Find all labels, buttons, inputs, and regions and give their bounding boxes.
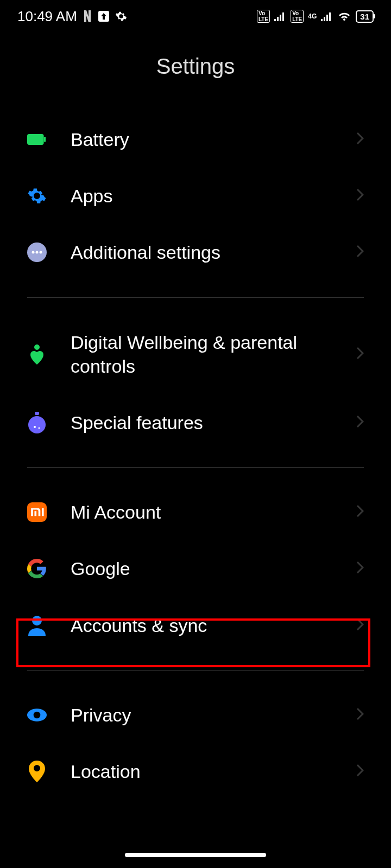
svg-point-13 bbox=[36, 251, 39, 254]
upload-icon bbox=[98, 10, 110, 22]
status-time: 10:49 AM bbox=[17, 8, 77, 25]
svg-rect-4 bbox=[282, 12, 284, 21]
wifi-icon bbox=[337, 11, 351, 22]
chevron-right-icon bbox=[356, 707, 364, 723]
more-icon bbox=[27, 242, 47, 262]
chevron-right-icon bbox=[356, 561, 364, 576]
partial-row-top bbox=[0, 95, 391, 111]
status-left: 10:49 AM bbox=[17, 8, 127, 25]
chevron-right-icon bbox=[356, 415, 364, 430]
accounts-sync-icon bbox=[27, 616, 47, 635]
settings-list: Battery Apps Additional settings Digital… bbox=[0, 111, 391, 800]
svg-point-17 bbox=[28, 416, 46, 433]
network-4g-label: 4G bbox=[308, 13, 317, 20]
svg-point-12 bbox=[32, 251, 35, 254]
signal-icon-2 bbox=[321, 11, 333, 21]
home-indicator[interactable] bbox=[125, 853, 266, 857]
svg-rect-8 bbox=[329, 12, 331, 21]
page-title: Settings bbox=[0, 33, 391, 95]
svg-point-23 bbox=[34, 711, 41, 718]
settings-row-battery[interactable]: Battery bbox=[27, 111, 364, 168]
battery-indicator: 31 bbox=[356, 10, 374, 23]
settings-row-accounts-sync[interactable]: Accounts & sync bbox=[27, 597, 364, 654]
divider bbox=[27, 670, 364, 671]
svg-point-21 bbox=[32, 616, 42, 626]
svg-rect-7 bbox=[326, 15, 328, 21]
settings-row-additional[interactable]: Additional settings bbox=[27, 224, 364, 280]
svg-rect-16 bbox=[35, 412, 39, 415]
settings-row-location[interactable]: Location bbox=[27, 743, 364, 800]
google-label: Google bbox=[71, 557, 332, 580]
privacy-icon bbox=[27, 705, 47, 725]
svg-rect-6 bbox=[324, 17, 325, 21]
wellbeing-label: Digital Wellbeing & parental controls bbox=[71, 330, 332, 378]
mi-account-label: Mi Account bbox=[71, 500, 332, 524]
svg-rect-10 bbox=[44, 137, 46, 142]
google-icon bbox=[27, 559, 47, 578]
svg-point-15 bbox=[34, 344, 40, 350]
divider bbox=[27, 297, 364, 298]
signal-icon-1 bbox=[274, 11, 286, 21]
settings-row-wellbeing[interactable]: Digital Wellbeing & parental controls bbox=[27, 314, 364, 394]
accounts-sync-label: Accounts & sync bbox=[71, 614, 332, 637]
apps-icon bbox=[27, 186, 47, 206]
location-icon bbox=[27, 762, 47, 781]
special-features-label: Special features bbox=[71, 411, 332, 435]
battery-icon bbox=[27, 130, 47, 149]
status-right: VoLTE VoLTE 4G 31 bbox=[257, 10, 374, 23]
location-label: Location bbox=[71, 760, 332, 783]
privacy-label: Privacy bbox=[71, 703, 332, 727]
svg-point-14 bbox=[40, 251, 42, 254]
battery-label: Battery bbox=[71, 127, 332, 151]
volte-icon-2: VoLTE bbox=[291, 10, 304, 23]
svg-point-18 bbox=[34, 426, 36, 428]
svg-point-24 bbox=[34, 765, 40, 771]
settings-row-google[interactable]: Google bbox=[27, 540, 364, 597]
gear-icon bbox=[115, 10, 127, 22]
chevron-right-icon bbox=[356, 347, 364, 362]
chevron-right-icon bbox=[356, 505, 364, 520]
svg-point-19 bbox=[39, 427, 40, 429]
divider bbox=[27, 467, 364, 468]
chevron-right-icon bbox=[356, 764, 364, 779]
chevron-right-icon bbox=[356, 132, 364, 147]
apps-label: Apps bbox=[71, 184, 332, 208]
chevron-right-icon bbox=[356, 245, 364, 260]
mi-icon bbox=[27, 502, 47, 522]
volte-icon-1: VoLTE bbox=[257, 10, 270, 23]
svg-rect-1 bbox=[274, 19, 276, 21]
settings-row-special[interactable]: Special features bbox=[27, 394, 364, 451]
svg-rect-9 bbox=[27, 134, 44, 145]
settings-row-apps[interactable]: Apps bbox=[27, 168, 364, 224]
svg-rect-2 bbox=[277, 17, 279, 21]
netflix-icon bbox=[83, 10, 92, 22]
status-bar: 10:49 AM VoLTE VoLTE 4G 31 bbox=[0, 0, 391, 33]
svg-rect-3 bbox=[280, 15, 281, 21]
special-features-icon bbox=[27, 413, 47, 432]
settings-row-privacy[interactable]: Privacy bbox=[27, 687, 364, 743]
settings-row-mi-account[interactable]: Mi Account bbox=[27, 484, 364, 540]
additional-label: Additional settings bbox=[71, 240, 332, 264]
wellbeing-icon bbox=[27, 344, 47, 364]
svg-rect-5 bbox=[321, 19, 323, 21]
chevron-right-icon bbox=[356, 188, 364, 203]
chevron-right-icon bbox=[356, 618, 364, 633]
